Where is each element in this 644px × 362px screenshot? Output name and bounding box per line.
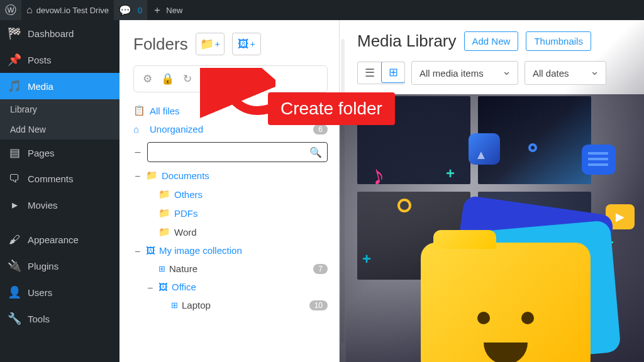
media-toolbar: ☰ ⊞ All media items All dates [357,61,644,85]
decor-plus: + [362,250,371,268]
media-grid [357,96,644,280]
count-badge: 7 [313,264,328,274]
media-type-filter[interactable]: All media items [411,61,518,85]
new-label: New [166,6,182,15]
tree-pdfs[interactable]: 📁 PDFs [133,204,328,222]
comment-count: 0 [138,6,142,15]
folder-plus-icon: 📁 [200,37,214,51]
gallery-icon: 🖼 [146,245,155,256]
tree-laptop[interactable]: ⊞ Laptop 10 [133,296,328,314]
site-link[interactable]: ⌂ devowl.io Test Drive [21,0,114,20]
gallery-plus-icon: 🖼 [238,38,249,51]
plugins-icon: 🔌 [8,259,21,273]
comment-count-link[interactable]: 💬 0 [114,0,147,20]
new-gallery-button[interactable]: 🖼+ [232,33,261,55]
folder-icon: 📁 [158,226,170,238]
grid-icon: ⊞ [171,300,178,310]
grid-icon: ⊞ [158,264,165,273]
tree-documents[interactable]: – 📁 Documents [133,166,328,185]
wp-content-area: Folders 📁+ 🖼+ ⚙ 🔒 ↻ ✎ 🗑 ▾▴ ⋯ 📋 All files… [119,20,644,362]
dashboard-icon: 🏁 [8,26,21,40]
appearance-icon: 🖌 [8,233,21,246]
chat-tile-icon [582,145,616,175]
wp-admin-sidebar: 🏁Dashboard 📌Posts 🎵Media Library Add New… [0,20,119,362]
media-thumbnail[interactable] [478,192,591,280]
media-library-panel: Media Library Add New Thumbnails ☰ ⊞ All… [346,20,644,362]
tree-word[interactable]: 📁 Word [133,222,328,241]
lock-icon[interactable]: 🔒 [161,72,174,85]
site-title: devowl.io Test Drive [36,6,109,15]
posts-icon: 📌 [8,53,21,67]
callout-arrow [200,68,275,137]
folders-title: Folders [133,35,188,54]
menu-movies[interactable]: ▸Movies [0,192,119,218]
menu-users[interactable]: 👤Users [0,279,119,305]
collapse-icon[interactable]: – [146,282,155,292]
thumbnails-button[interactable]: Thumbnails [526,31,591,51]
new-content-link[interactable]: ＋ New [147,0,187,20]
new-folder-button[interactable]: 📁+ [196,33,225,55]
movies-icon: ▸ [8,198,21,212]
comments-icon: 🗨 [8,172,21,185]
menu-dashboard[interactable]: 🏁Dashboard [0,20,119,47]
list-view-button[interactable]: ☰ [358,62,382,84]
folder-search-input[interactable] [153,147,309,157]
decor-circle [397,199,411,212]
view-toggle: ☰ ⊞ [357,62,405,84]
tree-nature[interactable]: ⊞ Nature 7 [133,260,328,278]
callout-label: Create folder [268,92,395,125]
comment-icon: 💬 [119,4,131,16]
wp-admin-bar: ⓦ ⌂ devowl.io Test Drive 💬 0 ＋ New [0,0,644,20]
file-icon: 📋 [133,105,145,116]
folder-search[interactable]: 🔍 [147,142,328,162]
plus-icon: ＋ [152,4,162,17]
count-badge: 6 [313,124,328,134]
folder-icon: 📁 [158,207,170,219]
tree-office[interactable]: – 🖼 Office [133,278,328,296]
decor-plus: + [605,234,614,251]
menu-pages[interactable]: ▤Pages [0,140,119,166]
video-tile-icon: ▶ [606,204,635,229]
plus-icon: + [215,39,220,49]
menu-posts[interactable]: 📌Posts [0,47,119,73]
decor-plus: + [446,165,455,182]
page-title: Media Library [357,31,457,51]
media-thumbnail[interactable] [357,192,470,280]
plus-icon: + [250,39,255,49]
menu-comments[interactable]: 🗨Comments [0,166,119,192]
tools-icon: 🔧 [8,312,21,326]
menu-media[interactable]: 🎵Media [0,73,119,99]
tree-others[interactable]: 📁 Others [133,185,328,204]
collapse-icon[interactable]: – [133,246,142,256]
pages-icon: ▤ [8,146,21,160]
grid-view-button[interactable]: ⊞ [381,62,405,83]
tree-my-image-collection[interactable]: – 🖼 My image collection [133,241,328,260]
wp-logo[interactable]: ⓦ [0,0,21,20]
collapse-icon[interactable]: – [133,170,142,180]
menu-plugins[interactable]: 🔌Plugins [0,253,119,279]
home-icon: ⌂ [133,124,145,134]
gear-icon[interactable]: ⚙ [143,72,152,85]
tree-collapse-toggle[interactable]: – [133,146,142,158]
media-header: Media Library Add New Thumbnails [357,31,644,51]
count-badge: 10 [309,300,328,310]
submenu-add-new[interactable]: Add New [0,119,119,140]
home-icon: ⌂ [26,4,33,16]
date-filter[interactable]: All dates [525,61,606,85]
menu-appearance[interactable]: 🖌Appearance [0,227,119,253]
refresh-icon[interactable]: ↻ [183,72,192,85]
folder-icon: 📁 [158,189,170,200]
media-icon: 🎵 [8,79,21,93]
gallery-icon: 🖼 [158,282,168,292]
panel-resize-handle[interactable] [341,39,345,343]
image-tile-icon [469,133,500,165]
submenu-library[interactable]: Library [0,99,119,119]
search-icon: 🔍 [309,146,322,158]
menu-tools[interactable]: 🔧Tools [0,305,119,332]
add-new-button[interactable]: Add New [464,31,519,51]
folder-icon: 📁 [146,170,158,181]
folders-header: Folders 📁+ 🖼+ [133,33,328,55]
decor-circle [528,143,537,152]
users-icon: 👤 [8,285,21,299]
